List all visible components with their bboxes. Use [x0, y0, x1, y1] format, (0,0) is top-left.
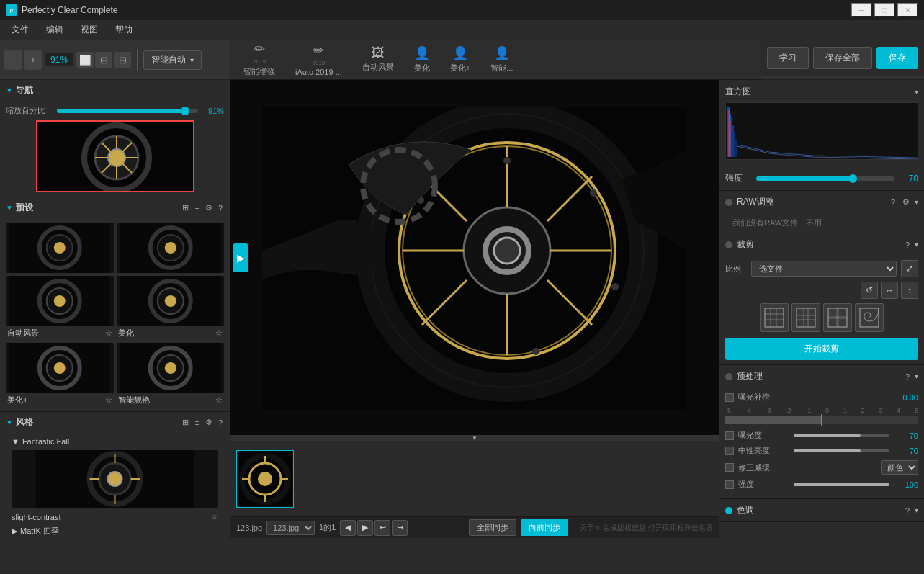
- crop-help-button[interactable]: ?: [903, 240, 912, 250]
- navigation-header[interactable]: ▼ 导航: [0, 80, 230, 101]
- window-controls: ─ □ ✕: [851, 3, 918, 17]
- preset-item-unnamed1[interactable]: [6, 223, 114, 273]
- save-button[interactable]: 保存: [876, 47, 918, 69]
- preprocess-actions: ? ▾: [903, 372, 918, 382]
- learn-button[interactable]: 学习: [767, 47, 809, 69]
- zoom-slider[interactable]: [57, 109, 198, 113]
- sync-all-button[interactable]: 全部同步: [469, 519, 516, 536]
- styles-settings[interactable]: ⚙: [204, 416, 214, 429]
- preset-item-landscape[interactable]: 自动风景 ☆: [6, 276, 114, 340]
- filmstrip-expander[interactable]: ▼: [230, 435, 719, 441]
- crop-flip-v-button[interactable]: ↕: [901, 282, 918, 299]
- preset-item-smart[interactable]: 智能靓艳 ☆: [117, 343, 225, 407]
- plus-button[interactable]: +: [24, 50, 42, 70]
- tab-beautify-plus[interactable]: 👤 美化+: [440, 40, 480, 79]
- menu-edit[interactable]: 编辑: [37, 21, 72, 39]
- crop-grid-2[interactable]: [791, 303, 820, 332]
- preset-dropdown[interactable]: 智能自动 ▾: [143, 50, 202, 70]
- preprocess-header[interactable]: 预处理 ? ▾: [719, 365, 924, 387]
- raw-settings-button[interactable]: ⚙: [900, 197, 912, 207]
- save-all-button[interactable]: 保存全部: [813, 47, 872, 69]
- correction-checkbox[interactable]: [725, 463, 734, 472]
- crop-header[interactable]: 裁剪 ? ▾: [719, 233, 924, 256]
- intensity-checkbox[interactable]: [725, 480, 734, 489]
- tab-beautify[interactable]: 👤 美化: [404, 40, 440, 79]
- crop-rotate-button[interactable]: ↺: [861, 282, 878, 299]
- minus-button[interactable]: −: [4, 50, 22, 70]
- sync-forward-button[interactable]: 向前同步: [521, 519, 568, 536]
- presets-grid-view[interactable]: ⊞: [181, 202, 190, 214]
- nav-prev-button[interactable]: ◀: [340, 520, 356, 536]
- preset-star-beautify-plus[interactable]: ☆: [105, 395, 112, 405]
- menu-view[interactable]: 视图: [72, 21, 107, 39]
- file-selector[interactable]: 123.jpg: [266, 521, 315, 535]
- preset-item-beautify[interactable]: 美化 ☆: [117, 276, 225, 340]
- tab-smart-enhance[interactable]: ✏ 2019 智能增强: [233, 40, 285, 79]
- style-star[interactable]: ☆: [211, 512, 218, 521]
- preset-item-unnamed2[interactable]: [117, 223, 225, 273]
- nav-redo-button[interactable]: ↪: [392, 520, 408, 536]
- exposure-checkbox[interactable]: [725, 393, 734, 402]
- maximize-button[interactable]: □: [874, 3, 895, 17]
- color-tone-header[interactable]: 色调 ? ▾: [719, 499, 924, 521]
- bottom-toolbar: 123.jpg 123.jpg 1的1 ◀ ▶ ↩ ↪ 全部同步 向前同步 关于…: [230, 516, 719, 538]
- exposure-slider-track[interactable]: [725, 416, 918, 424]
- intensity-slider[interactable]: [794, 483, 889, 486]
- preprocess-help-button[interactable]: ?: [903, 372, 912, 382]
- presets-list-view[interactable]: ≡: [193, 202, 200, 214]
- crop-expand-button[interactable]: ⤢: [901, 260, 918, 277]
- color-tone-dot[interactable]: [725, 507, 732, 514]
- menu-help[interactable]: 帮助: [107, 21, 141, 39]
- filmstrip-thumb-active[interactable]: [236, 450, 294, 508]
- raw-toggle-dot[interactable]: [725, 199, 732, 206]
- tab-smart[interactable]: 👤 智能...: [480, 40, 523, 79]
- crop-toggle-dot[interactable]: [725, 241, 732, 248]
- preset-item-beautify-plus[interactable]: 美化+ ☆: [6, 343, 114, 407]
- styles-list-view[interactable]: ≡: [193, 416, 200, 429]
- preset-star-smart[interactable]: ☆: [215, 395, 223, 405]
- canvas-nav-arrow-left[interactable]: ▶: [233, 243, 248, 272]
- styles-actions: ⊞ ≡ ⚙ ?: [181, 416, 224, 429]
- nav-revert-button[interactable]: ↩: [374, 520, 390, 536]
- view-multi-button[interactable]: ⊟: [114, 52, 131, 68]
- crop-ratio-label: 比例: [725, 264, 747, 274]
- tab-iauto[interactable]: ✏ 2019 iAuto 2019 ...: [285, 40, 352, 79]
- crop-grid-spiral[interactable]: [855, 303, 884, 332]
- close-button[interactable]: ✕: [897, 3, 918, 17]
- minimize-button[interactable]: ─: [851, 3, 872, 17]
- styles-header[interactable]: ▼ 风格 ⊞ ≡ ⚙ ?: [0, 412, 230, 433]
- neutral-checkbox[interactable]: [725, 447, 734, 455]
- crop-grid-3[interactable]: [823, 303, 852, 332]
- neutral-slider[interactable]: [794, 449, 889, 452]
- color-tone-help-button[interactable]: ?: [903, 506, 912, 516]
- brightness-checkbox[interactable]: [725, 431, 734, 440]
- tab-auto-landscape[interactable]: 🖼 自动风景: [352, 40, 404, 79]
- view-fit-button[interactable]: ⬜: [76, 52, 94, 68]
- strength-slider[interactable]: [756, 176, 894, 181]
- svg-point-21: [164, 242, 176, 254]
- styles-group-mattk1[interactable]: ▶ MattK-四季: [6, 524, 224, 538]
- raw-header[interactable]: RAW调整 ? ⚙ ▾: [719, 191, 924, 213]
- raw-help-button[interactable]: ?: [889, 197, 897, 207]
- styles-grid-view[interactable]: ⊞: [181, 416, 190, 429]
- preset-star-beautify[interactable]: ☆: [215, 328, 223, 338]
- styles-group-fantastic[interactable]: ▼ Fantastic Fall: [6, 436, 224, 447]
- nav-next-button[interactable]: ▶: [357, 520, 373, 536]
- crop-ratio-select[interactable]: 选文件: [751, 261, 897, 277]
- styles-group-mattk1-label: MattK-四季: [20, 526, 59, 537]
- presets-help[interactable]: ?: [217, 202, 224, 214]
- crop-section: 裁剪 ? ▾ 比例 选文件 ⤢ ↺ ↔ ↕: [719, 233, 924, 365]
- presets-settings[interactable]: ⚙: [204, 202, 214, 214]
- preset-star-landscape[interactable]: ☆: [105, 328, 112, 338]
- styles-help[interactable]: ?: [217, 416, 224, 429]
- menu-file[interactable]: 文件: [3, 21, 37, 39]
- preprocess-toggle-dot[interactable]: [725, 373, 732, 380]
- brightness-slider[interactable]: [794, 434, 889, 437]
- crop-start-button[interactable]: 开始裁剪: [725, 338, 918, 360]
- view-dual-button[interactable]: ⊞: [95, 52, 112, 68]
- presets-header[interactable]: ▼ 预设 ⊞ ≡ ⚙ ?: [0, 197, 230, 218]
- styles-thumb[interactable]: [12, 450, 218, 508]
- crop-grid-1[interactable]: [760, 303, 789, 332]
- crop-flip-h-button[interactable]: ↔: [881, 282, 898, 299]
- correction-select[interactable]: 颜色: [881, 460, 918, 475]
